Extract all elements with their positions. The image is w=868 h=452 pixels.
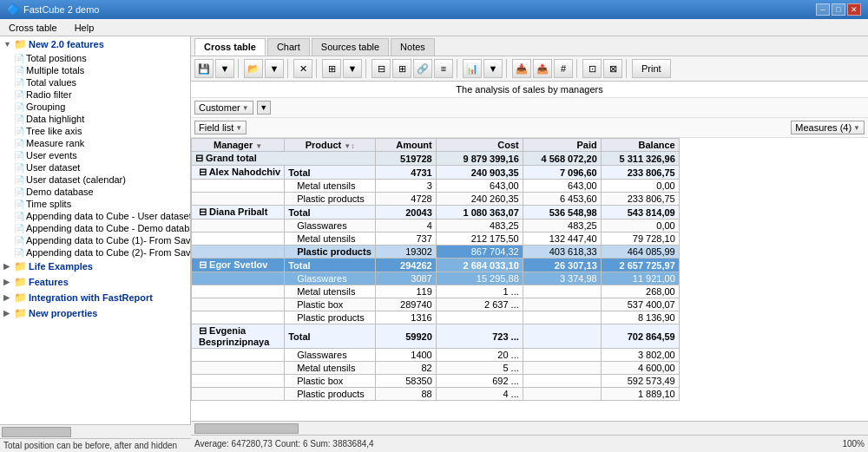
tree-header-new-features[interactable]: ▼ 📁 New 2.0 features xyxy=(0,36,190,52)
toolbar-btn11[interactable]: # xyxy=(554,59,573,78)
table-row[interactable]: Glasswares 1400 20 ... 3 802,00 xyxy=(192,349,680,362)
table-row[interactable]: ⊟ EvgeniaBesprinzipnaya Total 59920 723 … xyxy=(192,324,680,349)
tree-item-data-highlight[interactable]: 📄 Data highlight xyxy=(0,113,190,125)
table-row[interactable]: ⊟ Egor Svetlov Total 294262 2 684 033,10… xyxy=(192,259,680,272)
table-row[interactable]: Plastic products 19302 867 704,32 403 61… xyxy=(192,246,680,259)
maximize-button[interactable]: □ xyxy=(832,3,845,16)
toolbar-btn5[interactable]: ⊟ xyxy=(372,59,391,78)
table-row[interactable]: ⊟ Grand total 519728 9 879 399,16 4 568 … xyxy=(192,152,680,166)
table-row[interactable]: Metal utensils 119 1 ... 268,00 xyxy=(192,285,680,298)
tree-item-append-demo[interactable]: 📄 Appending data to Cube - Demo database xyxy=(0,222,190,234)
col-header-paid[interactable]: Paid xyxy=(523,139,601,152)
tree-item-append-2[interactable]: 📄 Appending data to Cube (2)- From Save xyxy=(0,246,190,259)
toolbar-grid-btn[interactable]: ⊞ xyxy=(322,59,341,78)
expand-icon: ▼ xyxy=(3,40,12,49)
tree-item-tree-like-axis[interactable]: 📄 Tree like axis xyxy=(0,125,190,137)
tree-item-total-positions[interactable]: 📄 Total positions xyxy=(0,52,190,64)
title-bar-icon: 🔷 FastCube 2 demo xyxy=(7,3,99,16)
item-icon: 📄 xyxy=(14,224,24,233)
cell-amount: 4 xyxy=(375,219,436,233)
table-row[interactable]: ⊟ Alex Nahodchiv Total 4731 240 903,35 7… xyxy=(192,166,680,180)
toolbar-btn8[interactable]: ≡ xyxy=(434,59,453,78)
col-header-cost[interactable]: Cost xyxy=(436,139,523,152)
col-header-product[interactable]: Product ▼↕ xyxy=(285,139,376,152)
menu-help[interactable]: Help xyxy=(69,21,100,35)
customer-dropdown[interactable]: Customer ▼ xyxy=(194,101,253,115)
folder-icon-features: 📁 xyxy=(14,276,27,288)
col-header-amount[interactable]: Amount xyxy=(375,139,436,152)
tree-item-user-dataset[interactable]: 📄 User dataset xyxy=(0,161,190,174)
left-horizontal-scrollbar[interactable] xyxy=(0,424,191,438)
table-row[interactable]: Plastic products 4728 240 260,35 6 453,6… xyxy=(192,193,680,206)
cell-manager xyxy=(192,362,285,375)
tree-item-multiple-totals[interactable]: 📄 Multiple totals xyxy=(0,64,190,76)
cross-table-wrapper[interactable]: Manager ▼ Product ▼↕ Amount Cost xyxy=(191,138,868,421)
toolbar-dropdown-btn[interactable]: ▼ xyxy=(215,59,234,78)
table-row[interactable]: Metal utensils 82 5 ... 4 600,00 xyxy=(192,362,680,375)
tree-item-append-1[interactable]: 📄 Appending data to Cube (1)- From Save xyxy=(0,234,190,246)
toolbar-open-btn[interactable]: 📂 xyxy=(244,59,263,78)
tree-item-grouping[interactable]: 📄 Grouping xyxy=(0,101,190,113)
tree-item-demo-db[interactable]: 📄 Demo database xyxy=(0,186,190,198)
menu-bar: Cross table Help xyxy=(0,19,868,36)
customer-row: Customer ▼ ▼ xyxy=(191,98,868,118)
toolbar-dropdown2-btn[interactable]: ▼ xyxy=(265,59,284,78)
cell-amount: 294262 xyxy=(375,259,436,272)
tab-notes[interactable]: Notes xyxy=(391,38,435,56)
measures-dropdown[interactable]: Measures (4) ▼ xyxy=(791,121,865,134)
toolbar-save-btn[interactable]: 💾 xyxy=(194,59,214,78)
menu-cross-table[interactable]: Cross table xyxy=(3,21,62,35)
toolbar-btn6[interactable]: ⊞ xyxy=(392,59,411,78)
item-icon: 📄 xyxy=(14,175,24,185)
horizontal-scrollbar[interactable] xyxy=(191,421,868,435)
field-list-dropdown[interactable]: Field list ▼ xyxy=(194,121,247,134)
table-row[interactable]: Plastic box 58350 692 ... 592 573,49 xyxy=(192,375,680,388)
table-row[interactable]: Glasswares 3087 15 295,88 3 374,98 11 92… xyxy=(192,272,680,285)
col-header-manager[interactable]: Manager ▼ xyxy=(192,139,285,152)
cell-balance: 3 802,00 xyxy=(601,349,679,362)
tree-item-user-dataset-cal[interactable]: 📄 User dataset (calendar) xyxy=(0,174,190,186)
toolbar-btn12[interactable]: ⊡ xyxy=(582,59,602,78)
table-row[interactable]: Metal utensils 3 643,00 643,00 0,00 xyxy=(192,180,680,193)
tab-sources-table[interactable]: Sources table xyxy=(312,38,389,56)
col-header-balance[interactable]: Balance xyxy=(601,139,679,152)
cell-amount: 289740 xyxy=(375,298,436,311)
table-row[interactable]: Plastic box 289740 2 637 ... 537 400,07 xyxy=(192,298,680,311)
tree-item-radio-filter[interactable]: 📄 Radio filter xyxy=(0,88,190,101)
print-button[interactable]: Print xyxy=(632,59,671,78)
toolbar-delete-btn[interactable]: ✕ xyxy=(293,59,312,78)
table-row[interactable]: ⊟ Diana Pribalt Total 20043 1 080 363,07… xyxy=(192,206,680,219)
tree-item-total-values[interactable]: 📄 Total values xyxy=(0,76,190,88)
toolbar-btn9[interactable]: 📥 xyxy=(512,59,531,78)
table-row[interactable]: Plastic products 1316 8 136,90 xyxy=(192,311,680,324)
toolbar-chart-btn[interactable]: 📊 xyxy=(463,59,482,78)
toolbar-sep2 xyxy=(287,59,290,78)
tab-cross-table[interactable]: Cross table xyxy=(194,38,266,56)
table-row[interactable]: Glasswares 4 483,25 483,25 0,00 xyxy=(192,219,680,233)
expand-icon-features: ▶ xyxy=(3,278,12,286)
tree-header-new-properties[interactable]: ▶ 📁 New properties xyxy=(0,305,190,321)
tree-item-user-events[interactable]: 📄 User events xyxy=(0,149,190,161)
customer-filter-btn[interactable]: ▼ xyxy=(257,101,271,115)
tree-header-life-examples[interactable]: ▶ 📁 Life Examples xyxy=(0,259,190,274)
toolbar-btn7[interactable]: 🔗 xyxy=(413,59,432,78)
tree-header-integration[interactable]: ▶ 📁 Integration with FastReport xyxy=(0,290,190,305)
table-row[interactable]: Metal utensils 737 212 175,50 132 447,40… xyxy=(192,233,680,246)
tree-item-append-user[interactable]: 📄 Appending data to Cube - User dataset xyxy=(0,210,190,222)
manager-filter-icon: ▼ xyxy=(255,142,262,150)
close-button[interactable]: ✕ xyxy=(847,3,861,16)
cell-product: Total xyxy=(285,206,376,219)
cell-paid: 3 374,98 xyxy=(523,272,601,285)
minimize-button[interactable]: – xyxy=(816,3,830,16)
tree-item-time-splits[interactable]: 📄 Time splits xyxy=(0,198,190,210)
cell-balance: 268,00 xyxy=(601,285,679,298)
cell-amount: 519728 xyxy=(375,152,436,166)
tree-item-measure-rank[interactable]: 📄 Measure rank xyxy=(0,137,190,149)
toolbar-btn10[interactable]: 📤 xyxy=(533,59,552,78)
toolbar-dropdown3-btn[interactable]: ▼ xyxy=(343,59,362,78)
table-row[interactable]: Plastic products 88 4 ... 1 889,10 xyxy=(192,388,680,401)
toolbar-dropdown4-btn[interactable]: ▼ xyxy=(483,59,503,78)
tree-header-features[interactable]: ▶ 📁 Features xyxy=(0,274,190,290)
tab-chart[interactable]: Chart xyxy=(267,38,310,56)
toolbar-btn13[interactable]: ⊠ xyxy=(603,59,622,78)
